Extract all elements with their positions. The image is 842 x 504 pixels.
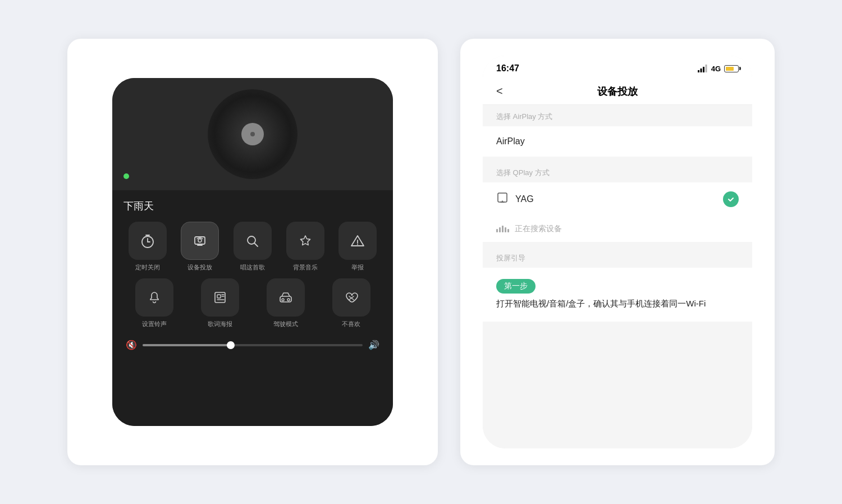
phone-right: 16:47 4G < 设备投放 选择 AirPlay 方式 — [483, 56, 752, 448]
drive-label: 驾驶模式 — [273, 320, 298, 328]
svg-rect-10 — [215, 292, 225, 303]
4g-label: 4G — [711, 65, 721, 73]
vinyl-inner — [241, 123, 264, 145]
right-panel: 16:47 4G < 设备投放 选择 AirPlay 方式 — [460, 39, 775, 465]
report-label: 举报 — [351, 263, 364, 272]
step1-text: 打开智能电视/音箱/盒子，确认其与手机连接着同一Wi-Fi — [483, 297, 752, 317]
device-item[interactable]: YAG — [483, 182, 752, 216]
lyrics-icon — [201, 278, 239, 317]
ringtone-icon — [135, 278, 173, 317]
lyrics-button[interactable]: 歌词海报 — [189, 278, 250, 328]
signal-icon — [698, 65, 708, 72]
timer-icon — [129, 222, 167, 260]
content-area: 选择 AirPlay 方式 AirPlay 选择 QPlay 方式 — [483, 105, 752, 448]
airplay-section-label: 选择 AirPlay 方式 — [483, 105, 752, 126]
album-art — [112, 78, 393, 190]
report-icon — [338, 222, 377, 260]
bg-music-icon — [286, 222, 324, 260]
svg-line-7 — [254, 244, 258, 247]
nav-bar: < 设备投放 — [483, 78, 752, 105]
ringtone-button[interactable]: 设置铃声 — [123, 278, 185, 328]
dislike-button[interactable]: 不喜欢 — [321, 278, 382, 328]
check-icon — [723, 191, 739, 207]
left-panel: 下雨天 定时关闭 — [67, 39, 438, 465]
timer-label: 定时关闭 — [135, 263, 160, 272]
searching-icon — [496, 226, 509, 232]
sing-icon — [234, 222, 272, 260]
volume-bar: 🔇 🔊 — [123, 340, 382, 350]
svg-rect-11 — [217, 295, 221, 298]
sing-label: 唱这首歌 — [240, 263, 265, 272]
step1-badge: 第一步 — [496, 279, 536, 294]
vinyl-center — [250, 132, 255, 136]
svg-point-16 — [282, 299, 284, 301]
phone-left: 下雨天 定时关闭 — [112, 78, 393, 426]
ringtone-label: 设置铃声 — [142, 320, 167, 328]
step1-container: 第一步 打开智能电视/音箱/盒子，确认其与手机连接着同一Wi-Fi — [483, 268, 752, 322]
svg-point-5 — [198, 239, 202, 242]
searching-row: 正在搜索设备 — [483, 216, 752, 242]
qplay-card: YAG 正在搜索设备 — [483, 182, 752, 242]
cast-icon — [181, 222, 219, 260]
status-bar: 16:47 4G — [483, 56, 752, 78]
device-icon — [496, 191, 509, 207]
back-button[interactable]: < — [496, 85, 503, 98]
airplay-text: AirPlay — [496, 136, 525, 146]
buttons-row1: 定时关闭 设备投放 — [123, 222, 382, 272]
airplay-item[interactable]: AirPlay — [483, 126, 752, 157]
green-dot — [123, 173, 129, 179]
volume-thumb[interactable] — [227, 341, 235, 349]
buttons-row2: 设置铃声 歌词海报 — [123, 278, 382, 328]
report-button[interactable]: 举报 — [333, 222, 382, 272]
status-time: 16:47 — [496, 63, 519, 74]
vinyl-disc — [208, 89, 298, 179]
song-title: 下雨天 — [123, 199, 382, 213]
svg-rect-20 — [698, 70, 699, 72]
device-name: YAG — [515, 194, 716, 204]
controls-area: 下雨天 定时关闭 — [112, 190, 393, 426]
timer-button[interactable]: 定时关闭 — [123, 222, 172, 272]
battery-fill — [726, 67, 734, 71]
drive-icon — [267, 278, 305, 317]
searching-text: 正在搜索设备 — [515, 224, 562, 234]
bg-music-button[interactable]: 背景音乐 — [281, 222, 330, 272]
guide-label: 投屏引导 — [483, 246, 752, 268]
cast-label: 设备投放 — [187, 263, 212, 272]
bg-music-label: 背景音乐 — [293, 263, 318, 272]
guide-card: 第一步 打开智能电视/音箱/盒子，确认其与手机连接着同一Wi-Fi — [483, 268, 752, 322]
dislike-label: 不喜欢 — [342, 320, 360, 328]
svg-point-17 — [287, 299, 290, 301]
svg-point-9 — [357, 244, 358, 245]
volume-high-icon: 🔊 — [368, 340, 379, 350]
cast-button[interactable]: 设备投放 — [176, 222, 225, 272]
airplay-card: AirPlay — [483, 126, 752, 157]
volume-low-icon: 🔇 — [126, 340, 137, 350]
volume-fill — [143, 344, 231, 346]
svg-rect-22 — [703, 67, 704, 72]
drive-button[interactable]: 驾驶模式 — [255, 278, 316, 328]
page-title: 设备投放 — [597, 85, 638, 98]
battery-icon — [724, 65, 739, 72]
svg-rect-23 — [705, 65, 707, 72]
svg-rect-21 — [700, 68, 702, 72]
lyrics-label: 歌词海报 — [208, 320, 232, 328]
dislike-icon — [332, 278, 370, 317]
status-icons: 4G — [698, 65, 739, 73]
sing-button[interactable]: 唱这首歌 — [228, 222, 277, 272]
volume-track[interactable] — [143, 344, 363, 346]
qplay-section-label: 选择 QPlay 方式 — [483, 161, 752, 182]
